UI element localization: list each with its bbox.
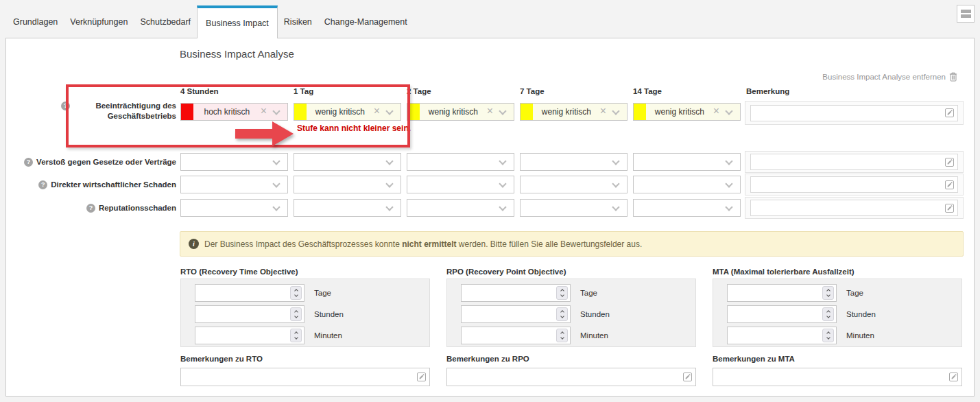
edit-icon[interactable] (944, 203, 955, 213)
help-icon[interactable]: ? (24, 158, 33, 167)
rto-minuten-input[interactable] (195, 327, 304, 344)
chevron-down-icon[interactable] (499, 157, 506, 165)
chevron-down-icon[interactable] (272, 180, 280, 187)
spinner-buttons[interactable] (822, 286, 834, 300)
chevron-down-icon[interactable] (725, 203, 732, 211)
chevron-down-icon[interactable] (725, 157, 732, 165)
verstoss-select-4-stunden[interactable] (180, 153, 288, 171)
chevron-down-icon[interactable] (499, 203, 506, 211)
bemerkung-input[interactable] (751, 200, 944, 215)
reputation-select-7-tage[interactable] (520, 199, 628, 217)
schaden-select-7-tage[interactable] (520, 176, 628, 193)
impact-select-14-tage[interactable]: wenig kritisch × (633, 103, 741, 121)
edit-icon[interactable] (944, 157, 955, 167)
rto-tage-input[interactable] (195, 284, 304, 302)
impact-select-4-stunden[interactable]: hoch kritisch × (180, 103, 288, 121)
verstoss-select-14-tage[interactable] (633, 153, 741, 171)
chevron-down-icon[interactable] (499, 180, 506, 187)
rto-remark-field[interactable] (181, 368, 416, 386)
rpo-remark-field[interactable] (447, 368, 682, 386)
clear-icon[interactable]: × (374, 106, 380, 117)
clear-icon[interactable]: × (600, 106, 606, 117)
help-icon[interactable]: ? (61, 102, 70, 110)
spinner-buttons[interactable] (556, 307, 568, 321)
verstoss-select-2-tage[interactable] (407, 153, 514, 171)
schaden-select-4-stunden[interactable] (180, 176, 288, 193)
rto-remark-input[interactable] (180, 368, 430, 386)
spinner-buttons[interactable] (290, 286, 302, 300)
reputation-select-2-tage[interactable] (407, 199, 514, 217)
spinner-buttons[interactable] (290, 307, 302, 321)
rto-stunden-input[interactable] (195, 305, 304, 323)
mta-remark-input[interactable] (713, 368, 962, 386)
tab-change-management[interactable]: Change-Management (318, 5, 414, 38)
verstoss-select-7-tage[interactable] (520, 153, 628, 171)
clear-icon[interactable]: × (261, 106, 267, 117)
mta-remark-field[interactable] (713, 368, 948, 386)
rto-stunden-field[interactable] (195, 306, 290, 322)
chevron-down-icon[interactable] (385, 203, 393, 211)
bemerkung-input[interactable] (751, 177, 944, 192)
rpo-minuten-field[interactable] (462, 327, 556, 344)
spinner-buttons[interactable] (822, 329, 834, 342)
spinner-buttons[interactable] (556, 329, 568, 342)
rpo-remark-input[interactable] (446, 368, 696, 386)
mta-minuten-input[interactable] (727, 327, 837, 344)
chevron-down-icon[interactable] (385, 157, 393, 165)
rto-minuten-field[interactable] (195, 327, 290, 344)
edit-icon[interactable] (948, 372, 959, 382)
impact-select-2-tage[interactable]: wenig kritisch × (407, 103, 514, 121)
clear-icon[interactable]: × (713, 106, 719, 117)
rto-tage-field[interactable] (195, 285, 290, 301)
remove-bia-button[interactable]: Business Impact Analyse entfernen (822, 72, 957, 82)
tab-business-impact[interactable]: Business Impact (197, 5, 278, 38)
impact-select-7-tage[interactable]: wenig kritisch × (520, 103, 628, 121)
clear-icon[interactable]: × (487, 106, 493, 117)
chevron-down-icon[interactable] (499, 107, 506, 115)
rpo-tage-input[interactable] (461, 284, 571, 302)
reputation-select-4-stunden[interactable] (180, 199, 288, 217)
mta-tage-input[interactable] (727, 284, 837, 302)
spinner-buttons[interactable] (556, 286, 568, 300)
tab-verknuepfungen[interactable]: Verknüpfungen (64, 5, 134, 38)
help-icon[interactable]: ? (38, 180, 47, 189)
spinner-buttons[interactable] (822, 307, 834, 321)
help-icon[interactable]: ? (86, 204, 95, 213)
bemerkung-input[interactable] (751, 154, 944, 169)
chevron-down-icon[interactable] (272, 157, 280, 165)
mta-stunden-field[interactable] (728, 306, 822, 322)
chevron-down-icon[interactable] (272, 107, 280, 115)
chevron-down-icon[interactable] (612, 157, 619, 165)
chevron-down-icon[interactable] (725, 180, 732, 187)
rpo-minuten-input[interactable] (461, 327, 571, 344)
tab-schutzbedarf[interactable]: Schutzbedarf (134, 5, 197, 38)
schaden-select-1-tag[interactable] (294, 176, 401, 193)
edit-icon[interactable] (682, 372, 693, 382)
tab-risiken[interactable]: Risiken (278, 5, 318, 38)
spinner-buttons[interactable] (290, 329, 302, 342)
edit-icon[interactable] (944, 180, 955, 190)
chevron-down-icon[interactable] (612, 203, 619, 211)
schaden-select-2-tage[interactable] (407, 176, 514, 193)
chevron-down-icon[interactable] (385, 180, 393, 187)
bemerkung-input[interactable] (751, 106, 944, 121)
chevron-down-icon[interactable] (385, 107, 393, 115)
rpo-stunden-field[interactable] (462, 306, 556, 322)
reputation-select-14-tage[interactable] (633, 199, 741, 217)
mta-minuten-field[interactable] (728, 327, 822, 344)
edit-icon[interactable] (416, 372, 427, 382)
tab-grundlagen[interactable]: Grundlagen (7, 5, 64, 38)
edit-icon[interactable] (944, 108, 955, 118)
impact-select-1-tag[interactable]: wenig kritisch × (294, 103, 401, 121)
trash-icon[interactable] (949, 72, 957, 82)
chevron-down-icon[interactable] (612, 107, 619, 115)
chevron-down-icon[interactable] (272, 203, 280, 211)
reputation-select-1-tag[interactable] (294, 199, 401, 217)
schaden-select-14-tage[interactable] (633, 176, 741, 193)
layout-toggle-button[interactable] (957, 5, 975, 23)
rpo-stunden-input[interactable] (461, 305, 571, 323)
mta-stunden-input[interactable] (727, 305, 837, 323)
chevron-down-icon[interactable] (725, 107, 732, 115)
rpo-tage-field[interactable] (462, 285, 556, 301)
verstoss-select-1-tag[interactable] (294, 153, 401, 171)
